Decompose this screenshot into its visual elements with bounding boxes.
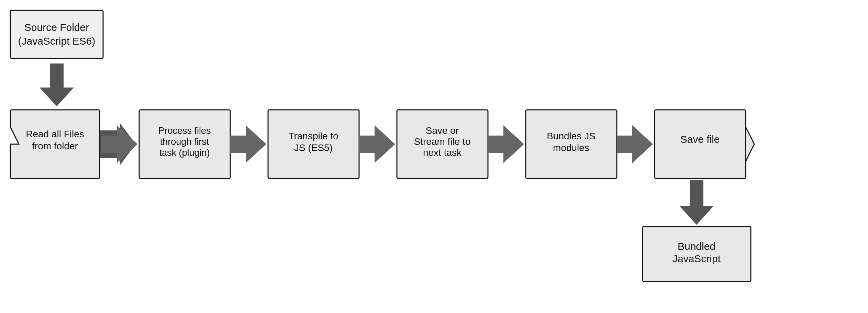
- svg-text:JavaScript: JavaScript: [672, 253, 721, 264]
- save-file-box: Save file: [655, 110, 754, 178]
- svg-text:Process files: Process files: [158, 126, 211, 136]
- svg-text:through first: through first: [160, 137, 209, 147]
- diagram-svg: Source Folder (JavaScript ES6) Read all …: [0, 0, 868, 313]
- svg-text:Transpile to: Transpile to: [288, 131, 338, 141]
- svg-text:Bundled: Bundled: [678, 241, 715, 252]
- svg-text:(JavaScript ES6): (JavaScript ES6): [18, 35, 95, 47]
- svg-text:task (plugin): task (plugin): [159, 148, 210, 158]
- diagram-container: Source Folder (JavaScript ES6) Read all …: [0, 0, 868, 313]
- svg-text:JS (ES5): JS (ES5): [294, 142, 333, 153]
- svg-text:modules: modules: [553, 142, 589, 153]
- source-box-label: Source Folder: [24, 22, 89, 33]
- svg-text:Bundles JS: Bundles JS: [547, 131, 596, 141]
- svg-text:Save or: Save or: [426, 125, 459, 136]
- svg-text:Stream file to: Stream file to: [414, 136, 471, 147]
- svg-text:Read all Files: Read all Files: [26, 129, 84, 139]
- source-box: [10, 10, 103, 58]
- read-files-box: Read all Files from folder: [10, 110, 100, 178]
- svg-text:Save file: Save file: [680, 134, 720, 145]
- svg-text:from folder: from folder: [32, 141, 78, 151]
- svg-text:next task: next task: [423, 147, 462, 158]
